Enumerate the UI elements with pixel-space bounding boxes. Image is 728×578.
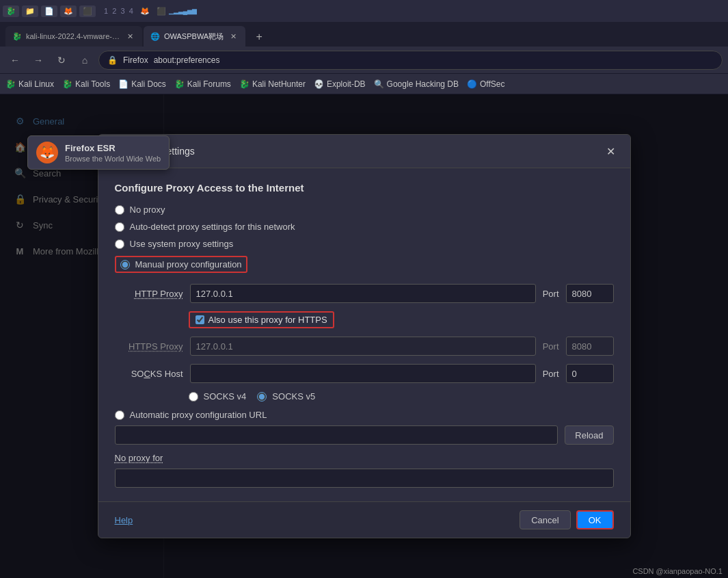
socks-v5-label: SOCKS v5 <box>272 391 315 402</box>
socks-version-row: SOCKS v4 SOCKS v5 <box>189 391 614 402</box>
auto-url-label: Automatic proxy configuration URL <box>130 410 267 420</box>
proxy-radio-group: No proxy Auto-detect proxy settings for … <box>115 205 614 273</box>
tooltip-description: Browse the World Wide Web <box>65 155 161 163</box>
auto-url-input[interactable] <box>115 425 558 445</box>
help-button[interactable]: Help <box>115 515 133 525</box>
footer-buttons: Cancel OK <box>520 510 613 529</box>
tab-owaspbwa-close[interactable]: ✕ <box>228 31 239 42</box>
tab-kali-icon: 🐉 <box>12 32 22 41</box>
tab-bar: 🐉 kali-linux-2022.4-vmware-a... ✕ 🌐 OWAS… <box>0 22 728 47</box>
dialog-body: Configure Proxy Access to the Internet N… <box>98 168 630 501</box>
no-proxy-input-row <box>115 469 614 488</box>
bookmark-offsec[interactable]: 🔵 OffSec <box>467 79 504 89</box>
main-area: 🦊 Firefox ESR Browse the World Wide Web … <box>0 94 728 578</box>
google-hacking-icon: 🔍 <box>374 79 384 89</box>
system-proxy-option[interactable]: Use system proxy settings <box>115 239 614 249</box>
manual-proxy-highlight: Manual proxy configuration <box>115 256 247 273</box>
auto-url-row: Reload <box>115 425 614 445</box>
bookmark-exploit-db[interactable]: 💀 Exploit-DB <box>314 79 366 89</box>
dialog-footer: Help Cancel OK <box>98 501 630 538</box>
manual-proxy-radio[interactable] <box>120 260 130 270</box>
also-https-highlight: Also use this proxy for HTTPS <box>189 311 334 328</box>
bookmarks-bar: 🐉 Kali Linux 🐉 Kali Tools 📄 Kali Docs 🐉 … <box>0 74 728 94</box>
https-port-input <box>566 337 614 356</box>
no-proxy-option[interactable]: No proxy <box>115 205 614 215</box>
bookmark-kali-nethunter[interactable]: 🐉 Kali NetHunter <box>239 79 306 89</box>
reload-button[interactable]: Reload <box>565 425 613 445</box>
bookmark-kali-docs[interactable]: 📄 Kali Docs <box>118 79 166 89</box>
socks-v4-option[interactable]: SOCKS v4 <box>189 391 247 402</box>
http-port-label: Port <box>543 289 559 299</box>
exploit-db-icon: 💀 <box>314 79 324 89</box>
bookmark-kali-forums[interactable]: 🐉 Kali Forums <box>174 79 231 89</box>
tab-kali-close[interactable]: ✕ <box>124 31 135 42</box>
tab-owaspbwa-icon: 🌐 <box>150 32 160 41</box>
socks-v5-radio[interactable] <box>257 392 267 402</box>
manual-proxy-option[interactable]: Manual proxy configuration <box>115 256 614 273</box>
https-proxy-input <box>190 337 536 356</box>
tab-kali[interactable]: 🐉 kali-linux-2022.4-vmware-a... ✕ <box>5 26 142 47</box>
manual-proxy-label: Manual proxy configuration <box>135 259 242 270</box>
section-title: Configure Proxy Access to the Internet <box>115 182 614 194</box>
cancel-button[interactable]: Cancel <box>520 510 570 529</box>
bookmark-kali-linux[interactable]: 🐉 Kali Linux <box>5 79 54 89</box>
tooltip-title: Firefox ESR <box>65 143 161 153</box>
new-tab-button[interactable]: + <box>250 27 269 47</box>
tab-owaspbwa[interactable]: 🌐 OWASPBWA靶场 ✕ <box>144 26 245 47</box>
tab-kali-label: kali-linux-2022.4-vmware-a... <box>26 32 120 40</box>
kali-forums-icon: 🐉 <box>174 79 185 89</box>
auto-url-option[interactable]: Automatic proxy configuration URL <box>115 410 614 420</box>
auto-url-radio[interactable] <box>115 410 124 420</box>
bookmark-kali-tools[interactable]: 🐉 Kali Tools <box>62 79 110 89</box>
auto-detect-radio[interactable] <box>115 222 124 232</box>
https-proxy-row: HTTPS Proxy Port <box>115 337 614 356</box>
system-proxy-radio[interactable] <box>115 239 124 249</box>
tab-owaspbwa-label: OWASPBWA靶场 <box>164 31 224 42</box>
also-https-row: Also use this proxy for HTTPS <box>189 311 614 328</box>
dialog-close-button[interactable]: ✕ <box>603 143 619 159</box>
socks-v4-label: SOCKS v4 <box>204 391 247 402</box>
socks-host-label: SOCKS Host <box>115 369 183 379</box>
taskbar: 🐉 📁 📄 🦊 ⬛ 1 2 3 4 🦊 ⬛ ▁▂▃▄▅▆ <box>0 0 728 22</box>
auto-detect-option[interactable]: Auto-detect proxy settings for this netw… <box>115 222 614 232</box>
also-https-checkbox[interactable] <box>196 315 204 324</box>
system-proxy-label: Use system proxy settings <box>130 239 234 249</box>
ok-button[interactable]: OK <box>576 510 614 529</box>
no-proxy-for-label: No proxy for <box>115 453 614 463</box>
no-proxy-radio[interactable] <box>115 205 124 215</box>
address-text: about:preferences <box>154 55 220 65</box>
kali-docs-icon: 📄 <box>118 79 129 89</box>
http-proxy-input[interactable] <box>190 284 536 303</box>
no-proxy-label: No proxy <box>130 205 165 215</box>
firefox-tooltip: 🦊 Firefox ESR Browse the World Wide Web <box>27 135 170 170</box>
socks-v5-option[interactable]: SOCKS v5 <box>257 391 315 402</box>
also-https-label: Also use this proxy for HTTPS <box>208 315 327 325</box>
dialog-header: Connection Settings ✕ <box>98 135 630 168</box>
watermark: CSDN @xianpaopao-NO.1 <box>632 567 723 575</box>
http-port-input[interactable] <box>566 284 614 303</box>
home-button[interactable]: ⌂ <box>75 51 94 70</box>
http-proxy-row: HTTP Proxy Port <box>115 284 614 303</box>
kali-tools-icon: 🐉 <box>62 79 72 89</box>
address-bar[interactable]: 🔒 Firefox about:preferences <box>98 51 723 70</box>
no-proxy-input[interactable] <box>115 469 614 488</box>
socks-host-input[interactable] <box>190 364 536 383</box>
offsec-icon: 🔵 <box>467 79 477 89</box>
socks-v4-radio[interactable] <box>189 392 198 402</box>
back-button[interactable]: ← <box>5 51 25 70</box>
auto-detect-label: Auto-detect proxy settings for this netw… <box>130 222 295 232</box>
https-proxy-label: HTTPS Proxy <box>115 341 183 352</box>
socks-host-row: SOCKS Host Port <box>115 364 614 383</box>
socks-port-label: Port <box>543 369 559 379</box>
lock-icon: 🔒 <box>107 55 118 65</box>
bookmark-google-hacking[interactable]: 🔍 Google Hacking DB <box>374 79 459 89</box>
forward-button[interactable]: → <box>29 51 48 70</box>
browser-name: Firefox <box>123 55 148 65</box>
socks-port-input[interactable] <box>566 364 614 383</box>
browser-chrome: 🐉 kali-linux-2022.4-vmware-a... ✕ 🌐 OWAS… <box>0 22 728 94</box>
nav-bar: ← → ↻ ⌂ 🔒 Firefox about:preferences <box>0 47 728 74</box>
reload-button[interactable]: ↻ <box>52 51 71 70</box>
http-proxy-label: HTTP Proxy <box>115 289 183 299</box>
connection-settings-dialog: Connection Settings ✕ Configure Proxy Ac… <box>98 134 631 538</box>
https-port-label: Port <box>543 341 559 352</box>
